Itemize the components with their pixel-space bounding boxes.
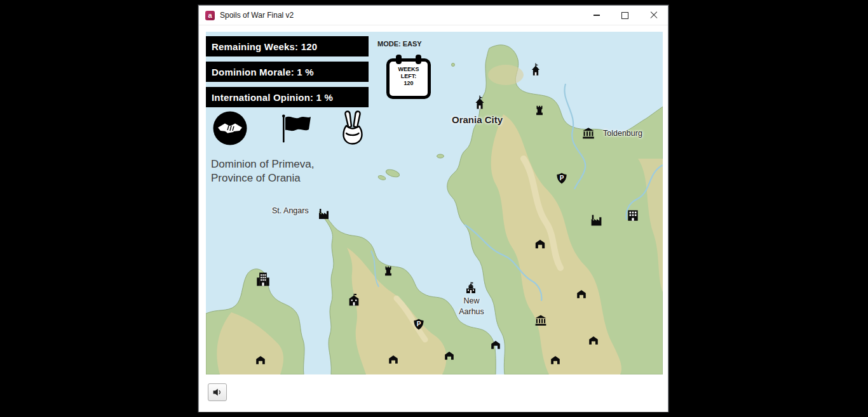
school-icon[interactable] bbox=[348, 294, 361, 307]
warehouse-icon[interactable] bbox=[491, 340, 501, 350]
city-label-new-aarhus: New Aarhus bbox=[455, 296, 488, 317]
handshake-icon[interactable] bbox=[212, 110, 248, 146]
tower-icon[interactable] bbox=[534, 105, 545, 116]
mode-label: MODE: EASY bbox=[377, 40, 422, 48]
office-building-icon[interactable] bbox=[626, 208, 640, 222]
castle-icon[interactable] bbox=[529, 63, 543, 77]
window-title: Spoils of War Final v2 bbox=[220, 11, 294, 20]
calendar-icon: WEEKS LEFT: 120 bbox=[386, 58, 431, 99]
minimize-icon bbox=[593, 15, 600, 15]
warehouse-icon[interactable] bbox=[576, 289, 587, 300]
monument-icon[interactable] bbox=[534, 314, 548, 328]
remaining-weeks-label: Remaining Weeks: 120 bbox=[212, 41, 317, 52]
warehouse-icon[interactable] bbox=[444, 350, 455, 361]
police-badge-icon[interactable]: P bbox=[556, 173, 568, 185]
maximize-button[interactable] bbox=[611, 6, 639, 25]
dominion-morale-label: Dominion Morale: 1 % bbox=[212, 67, 314, 77]
apartment-icon[interactable] bbox=[255, 271, 271, 288]
app-logo-icon: a bbox=[205, 11, 215, 20]
region-title-line1: Dominion of Primeva, bbox=[211, 157, 315, 171]
factory-icon[interactable] bbox=[590, 214, 603, 227]
title-bar[interactable]: a Spoils of War Final v2 bbox=[199, 6, 668, 25]
window-content: Remaining Weeks: 120 Dominion Morale: 1 … bbox=[199, 25, 668, 412]
warehouse-icon[interactable] bbox=[534, 238, 546, 249]
calendar-ring-icon bbox=[416, 55, 421, 64]
factory-icon[interactable] bbox=[317, 208, 330, 220]
close-button[interactable] bbox=[639, 6, 668, 25]
calendar-weeks-value: 120 bbox=[390, 80, 428, 87]
warehouse-icon[interactable] bbox=[388, 354, 399, 365]
dominion-morale-bar: Dominion Morale: 1 % bbox=[206, 62, 369, 82]
calendar-weeks-word: WEEKS bbox=[390, 66, 428, 73]
maximize-icon bbox=[621, 12, 628, 19]
close-icon bbox=[650, 11, 658, 19]
city-label-toldenburg: Toldenburg bbox=[603, 129, 642, 138]
game-map[interactable]: Remaining Weeks: 120 Dominion Morale: 1 … bbox=[206, 32, 663, 374]
international-opinion-bar: International Opinion: 1 % bbox=[206, 87, 369, 107]
tower-icon[interactable] bbox=[383, 265, 394, 277]
international-opinion-label: International Opinion: 1 % bbox=[212, 92, 333, 103]
warehouse-icon[interactable] bbox=[588, 335, 599, 346]
map-terrain bbox=[206, 32, 663, 374]
bank-icon[interactable] bbox=[581, 126, 595, 140]
minimize-button[interactable] bbox=[582, 6, 611, 25]
police-badge-icon[interactable]: P bbox=[413, 319, 425, 331]
region-title-line2: Province of Orania bbox=[211, 171, 315, 185]
city-label-st-angars: St. Angars bbox=[272, 206, 309, 215]
calendar-ring-icon bbox=[396, 55, 402, 64]
region-title: Dominion of Primeva, Province of Orania bbox=[211, 157, 315, 185]
calendar-left-word: LEFT: bbox=[390, 73, 428, 80]
warehouse-icon[interactable] bbox=[550, 355, 561, 366]
app-window: a Spoils of War Final v2 bbox=[198, 5, 668, 412]
city-label-orania: Orania City bbox=[452, 114, 503, 125]
remaining-weeks-bar: Remaining Weeks: 120 bbox=[206, 36, 369, 56]
warehouse-icon[interactable] bbox=[255, 355, 266, 366]
speaker-button[interactable] bbox=[208, 383, 227, 401]
castle-icon[interactable] bbox=[472, 95, 487, 110]
town-hall-icon[interactable] bbox=[465, 282, 477, 295]
speaker-icon bbox=[212, 388, 222, 397]
victory-hand-icon[interactable] bbox=[339, 108, 366, 146]
flag-icon[interactable] bbox=[281, 114, 313, 143]
